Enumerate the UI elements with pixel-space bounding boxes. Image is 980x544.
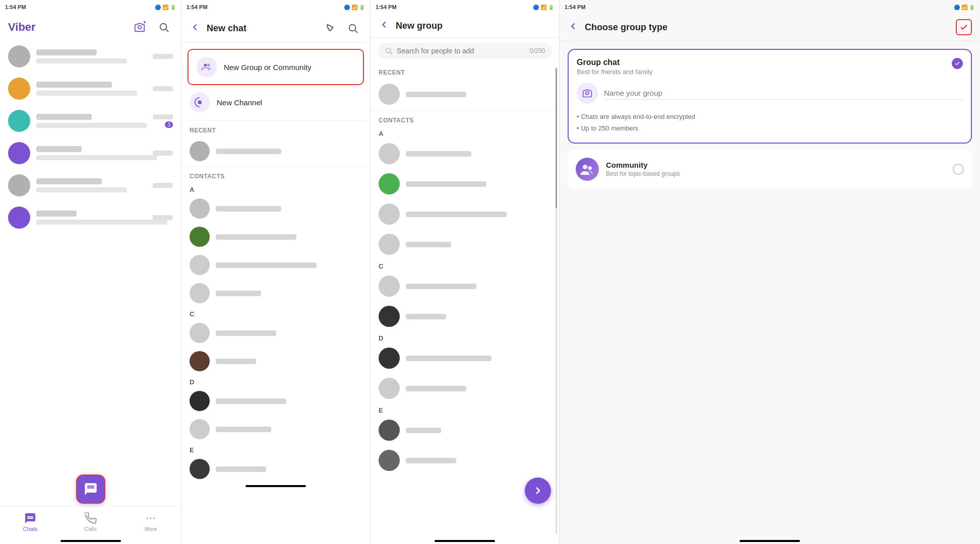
confirm-button[interactable]: [956, 19, 972, 35]
contact-item[interactable]: [181, 279, 370, 307]
contact-item[interactable]: [181, 387, 370, 415]
chat-meta: [153, 54, 173, 59]
avatar: [8, 78, 30, 100]
chat-name-bar: [36, 146, 82, 152]
megaphone-icon-btn[interactable]: [321, 19, 339, 37]
avatar: [8, 142, 30, 164]
recent-section-label: RECENT: [181, 122, 370, 137]
svg-point-15: [588, 166, 592, 170]
contact-item[interactable]: [181, 415, 370, 443]
community-radio[interactable]: [953, 164, 964, 175]
svg-point-4: [150, 518, 152, 519]
chat-item[interactable]: [0, 201, 181, 234]
camera-icon-circle[interactable]: [577, 83, 598, 104]
divider: [371, 110, 554, 111]
contact-item[interactable]: [181, 319, 370, 347]
alpha-e: E: [181, 443, 370, 455]
contact-avatar: [190, 459, 210, 479]
chat-item[interactable]: [0, 137, 181, 169]
community-icon: [576, 158, 599, 181]
group-contact-item[interactable]: [371, 229, 554, 259]
chat-meta: [153, 215, 173, 220]
group-contact-item[interactable]: [371, 373, 554, 403]
chat-item[interactable]: [0, 169, 181, 201]
group-chat-header: Group chat Best for friends and family: [577, 58, 963, 76]
contact-name: [216, 149, 281, 154]
panel2-header: New chat: [181, 14, 370, 43]
contact-item[interactable]: [181, 223, 370, 251]
search-icon-btn2[interactable]: [344, 19, 362, 37]
nav-item-calls[interactable]: Calls: [60, 506, 121, 538]
group-avatar: [379, 276, 400, 297]
search-bar: 0/250: [378, 43, 552, 59]
new-group-label: New Group or Community: [224, 63, 311, 72]
chat-item[interactable]: [0, 73, 181, 105]
chat-item[interactable]: 3: [0, 105, 181, 137]
system-icons-3: 🔵 📶 🔋: [533, 5, 554, 10]
group-contact-item[interactable]: [371, 169, 554, 199]
panel2-title: New chat: [207, 23, 315, 34]
search-input-3[interactable]: [397, 47, 526, 55]
group-avatar: [379, 306, 400, 327]
community-title: Community: [606, 161, 680, 169]
alpha-a: A: [181, 183, 370, 194]
community-card[interactable]: Community Best for topic-based groups: [568, 150, 972, 189]
contact-item[interactable]: [181, 455, 370, 483]
status-bar-4: 1:54 PM 🔵 📶 🔋: [560, 0, 980, 14]
group-chat-features: Chats are always end-to-end encrypted Up…: [577, 111, 963, 134]
contact-item[interactable]: [181, 347, 370, 375]
recent-contact-item[interactable]: [181, 137, 370, 165]
chat-info: [36, 146, 147, 160]
group-contact-item[interactable]: [371, 199, 554, 229]
svg-line-7: [355, 30, 357, 33]
nav-item-more[interactable]: More: [120, 506, 181, 538]
system-icons-4: 🔵 📶 🔋: [954, 5, 975, 10]
camera-icon-btn[interactable]: [131, 18, 149, 36]
group-contact-item[interactable]: [371, 139, 554, 169]
group-chat-card[interactable]: Group chat Best for friends and family C…: [568, 49, 972, 144]
contact-avatar: [190, 255, 210, 275]
panel-new-group: 1:54 PM 🔵 📶 🔋 New group 0/250 RECENT CON…: [371, 0, 560, 544]
group-contact-item[interactable]: [371, 271, 554, 301]
group-name-input[interactable]: [604, 87, 963, 100]
new-group-or-community-button[interactable]: New Group or Community: [188, 49, 364, 85]
alpha-e-3: E: [371, 403, 554, 415]
back-button-3[interactable]: [379, 19, 390, 32]
svg-line-12: [390, 52, 392, 54]
time-3: 1:54 PM: [376, 4, 397, 10]
group-contact-item[interactable]: [371, 415, 554, 445]
group-avatar: [379, 143, 400, 164]
nav-item-chats[interactable]: Chats: [0, 506, 60, 538]
header-icons: [131, 18, 173, 36]
chat-meta: [153, 151, 173, 156]
chat-info: [36, 82, 147, 96]
avatar: [8, 45, 30, 67]
contact-name-bar: [406, 151, 471, 157]
panel-viber-chats: 1:54 PM 🔵 📶 🔋 Viber: [0, 0, 181, 544]
contact-name-bar: [406, 314, 446, 319]
alpha-d-3: D: [371, 331, 554, 343]
contact-item[interactable]: [181, 194, 370, 223]
back-button-4[interactable]: [568, 21, 579, 34]
search-icon-btn[interactable]: [155, 18, 173, 36]
contact-avatar: [190, 198, 210, 219]
group-contact-item[interactable]: [371, 79, 554, 109]
contact-name-bar: [406, 242, 451, 247]
chat-item[interactable]: [0, 40, 181, 73]
compose-button[interactable]: [76, 474, 105, 504]
chat-time: [153, 151, 173, 156]
chat-name-bar: [36, 82, 112, 88]
time-2: 1:54 PM: [187, 4, 208, 10]
group-contact-item[interactable]: [371, 343, 554, 373]
group-contact-item[interactable]: [371, 445, 554, 475]
back-button[interactable]: [190, 22, 201, 35]
group-contact-item[interactable]: [371, 301, 554, 331]
chat-preview-bar: [36, 155, 157, 160]
scrollbar[interactable]: [556, 68, 557, 534]
alpha-d: D: [181, 375, 370, 387]
chat-time: [153, 54, 173, 59]
fab-next-button[interactable]: [525, 478, 551, 504]
new-channel-button[interactable]: New Channel: [181, 85, 370, 119]
contact-item[interactable]: [181, 251, 370, 279]
group-avatar: [379, 348, 400, 369]
